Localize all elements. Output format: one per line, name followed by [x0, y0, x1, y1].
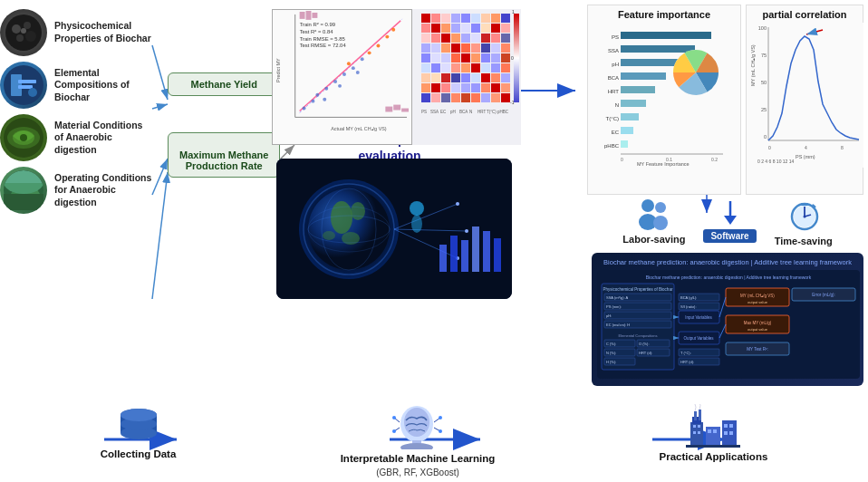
svg-text:HRT: HRT: [608, 89, 620, 94]
svg-text:T (°C):: T (°C):: [680, 351, 691, 355]
svg-text:MY (mL CH₄/g VS): MY (mL CH₄/g VS): [750, 44, 756, 86]
iml-item: Interpretable Machine Learning (GBR, RF,…: [341, 404, 496, 477]
svg-text:25: 25: [761, 107, 767, 112]
panel-title: Biochar methane prediction: anaerobic di…: [597, 258, 858, 266]
practical-label: Practical Applications: [660, 451, 768, 462]
svg-rect-89: [441, 34, 450, 43]
svg-text:8: 8: [841, 145, 844, 150]
svg-point-304: [392, 429, 396, 433]
svg-rect-204: [621, 113, 639, 120]
svg-text:PS: PS: [612, 34, 619, 40]
svg-point-228: [641, 199, 654, 212]
svg-rect-309: [694, 411, 697, 420]
svg-point-167: [351, 202, 365, 220]
correlation-matrix: 1 0 -1 PS SSA EC pH BCA N HRT T(°C) pHBC: [412, 9, 521, 145]
svg-rect-117: [451, 63, 460, 72]
svg-rect-103: [491, 43, 500, 53]
svg-rect-65: [385, 107, 392, 112]
labor-saving-item: Labor-saving: [622, 197, 685, 245]
svg-rect-102: [481, 43, 490, 53]
svg-point-24: [28, 88, 37, 97]
svg-rect-118: [461, 63, 470, 72]
svg-text:MY (mL CH₄/g VS): MY (mL CH₄/g VS): [740, 294, 775, 298]
partial-corr-title: partial correlation: [750, 9, 859, 20]
svg-rect-71: [441, 14, 450, 23]
svg-text:0: 0: [764, 134, 767, 140]
biochar-label: Physicochemical Properties of Biochar: [54, 20, 154, 44]
center-section: Train R² = 0.99 Test R² = 0.84 Train RMS…: [267, 0, 512, 317]
svg-text:PS (mm): PS (mm): [796, 154, 815, 159]
svg-rect-78: [421, 24, 430, 33]
svg-rect-203: [621, 100, 646, 107]
svg-rect-148: [491, 93, 500, 102]
svg-rect-134: [441, 83, 450, 92]
svg-rect-106: [431, 53, 440, 63]
svg-rect-314: [698, 425, 700, 428]
svg-point-16: [24, 22, 31, 29]
svg-rect-114: [421, 63, 430, 72]
svg-text:EC: EC: [440, 110, 447, 114]
svg-text:Input Variables: Input Variables: [685, 315, 712, 320]
svg-rect-111: [481, 53, 490, 63]
svg-rect-97: [431, 43, 440, 53]
feature-importance-title: Feature importance: [592, 9, 737, 20]
svg-text:0.2: 0.2: [711, 157, 718, 162]
svg-rect-119: [471, 63, 480, 72]
svg-text:1: 1: [512, 9, 515, 14]
svg-point-55: [391, 28, 395, 32]
svg-rect-180: [439, 245, 447, 272]
svg-text:BCA: BCA: [608, 75, 619, 81]
svg-rect-104: [501, 43, 510, 53]
iml-sublabel: (GBR, RF, XGBoost): [376, 468, 459, 477]
collecting-data-label: Collecting Data: [101, 448, 177, 459]
svg-rect-205: [621, 127, 633, 134]
svg-text:N: N: [615, 102, 619, 108]
svg-rect-113: [501, 53, 510, 63]
feature-importance-box: Feature importance PS SSA pH BCA HRT N T…: [587, 5, 741, 195]
svg-point-53: [347, 62, 351, 65]
svg-rect-115: [431, 63, 440, 72]
svg-text:100: 100: [758, 25, 767, 31]
svg-rect-184: [483, 231, 490, 272]
svg-rect-136: [461, 83, 470, 92]
svg-rect-199: [621, 45, 695, 53]
svg-rect-147: [481, 93, 490, 102]
svg-rect-126: [451, 73, 460, 82]
svg-rect-121: [491, 63, 500, 72]
svg-text:EC: EC: [612, 130, 620, 135]
input-item-biochar: Physicochemical Properties of Biochar: [0, 9, 181, 56]
svg-text:PS (mm):: PS (mm):: [606, 304, 622, 309]
svg-point-178: [465, 229, 468, 233]
svg-rect-69: [421, 14, 430, 23]
svg-rect-313: [693, 425, 696, 428]
svg-text:0: 0: [768, 145, 771, 150]
svg-rect-183: [472, 227, 479, 272]
svg-point-49: [385, 35, 389, 39]
svg-point-15: [12, 24, 21, 34]
svg-rect-85: [491, 24, 500, 33]
svg-point-305: [439, 416, 442, 419]
svg-rect-181: [450, 236, 458, 272]
svg-text:T(°C): T(°C): [487, 110, 497, 114]
svg-rect-307: [690, 422, 703, 445]
material-label: Material Conditions of Anaerobic digesti…: [54, 120, 154, 157]
svg-text:Train R² = 0.99: Train R² = 0.99: [300, 22, 335, 27]
svg-text:MY Feature Importance: MY Feature Importance: [637, 161, 690, 167]
svg-text:SSA: SSA: [608, 48, 619, 53]
svg-point-306: [439, 429, 442, 433]
svg-rect-138: [481, 83, 490, 92]
svg-point-296: [404, 408, 429, 437]
svg-rect-70: [431, 14, 440, 23]
labor-saving-label: Labor-saving: [622, 234, 685, 245]
svg-point-46: [361, 57, 364, 61]
svg-rect-73: [461, 14, 470, 23]
svg-rect-149: [501, 93, 510, 102]
svg-point-48: [376, 43, 380, 47]
svg-text:Max MY (mL/g): Max MY (mL/g): [744, 321, 772, 325]
svg-rect-77: [501, 14, 510, 23]
svg-point-169: [323, 231, 335, 240]
left-inputs: Physicochemical Properties of Biochar El…: [0, 9, 181, 214]
svg-rect-64: [312, 13, 317, 18]
svg-text:0: 0: [511, 55, 514, 61]
svg-rect-129: [481, 73, 490, 82]
